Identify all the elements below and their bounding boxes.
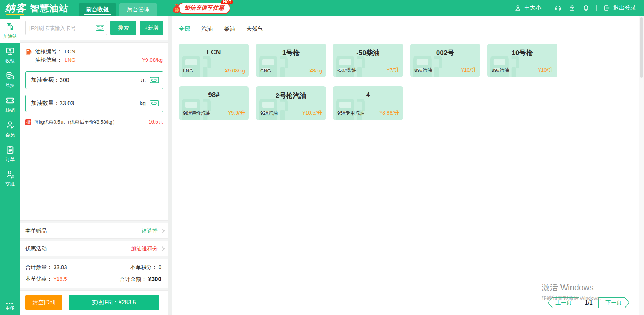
sidebar-item-label: 兑换	[5, 82, 15, 89]
add-new-button[interactable]: +新增	[140, 21, 163, 35]
bell-icon[interactable]	[582, 4, 590, 12]
pump-grid-panel: 全部汽油柴油天然气 LCN LNG ¥9.08/kg	[172, 16, 639, 315]
amount-input-field[interactable]: 加油金额：300 元	[25, 71, 163, 89]
pump-fuel-type: 89#汽油	[492, 67, 509, 74]
order-discount-value: ¥16.5	[54, 276, 67, 282]
pump-fuel-type: 89#汽油	[414, 67, 432, 74]
pump-card[interactable]: 1号枪 CNG ¥8/kg	[256, 44, 326, 77]
pump-price: ¥8.88/升	[379, 110, 399, 116]
sidebar-item-label: 核销	[5, 107, 15, 114]
section-divider	[20, 238, 168, 241]
next-page-label: 下一页	[606, 299, 622, 306]
scrollbar-thumb[interactable]	[640, 17, 643, 78]
activity-value: 加油送积分	[131, 245, 158, 252]
pump-fuel-type: -50#柴油	[337, 67, 357, 74]
shift-change-icon	[5, 170, 15, 179]
headset-icon[interactable]	[554, 4, 562, 12]
pump-card[interactable]: LCN LNG ¥9.08/kg	[179, 44, 249, 77]
order-discount: 本单优惠： ¥16.5	[25, 276, 94, 282]
sidebar-item-label: 交班	[5, 181, 15, 188]
gift-row[interactable]: 本单赠品 请选择	[20, 223, 168, 238]
pump-fuel-type: 92#汽油	[260, 110, 278, 116]
pump-card[interactable]: 10号枪 89#汽油 ¥10/升	[487, 44, 557, 77]
sidebar-item-member[interactable]: 会员	[0, 117, 20, 141]
section-divider	[20, 256, 168, 259]
sms-promo-banner[interactable]: 福 短信充值享优惠 HOT	[171, 2, 230, 14]
app-logo: 纳客 智慧油站	[5, 1, 69, 15]
keyboard-icon[interactable]	[150, 100, 159, 106]
total-qty-value: 33.03	[54, 264, 67, 270]
search-button[interactable]: 搜索	[110, 21, 136, 35]
pump-card-footer: 89#汽油 ¥10/升	[492, 67, 553, 74]
coins-icon	[5, 71, 15, 81]
sidebar-item-gas-station[interactable]: 加油站	[0, 19, 20, 42]
lock-icon[interactable]	[568, 4, 576, 12]
pump-card[interactable]: 002号 89#汽油 ¥10/升	[410, 44, 480, 77]
more-label: 更多	[5, 305, 15, 311]
pump-card[interactable]: -50柴油 -50#柴油 ¥7/升	[333, 44, 403, 77]
sidebar-item-shift[interactable]: 交班	[0, 166, 20, 190]
sidebar-item-orders[interactable]: 订单	[0, 142, 20, 166]
pump-price: ¥9.9/升	[228, 110, 245, 116]
pump-price: ¥7/升	[387, 67, 399, 74]
order-list-icon	[5, 145, 15, 155]
pay-button[interactable]: 实收[F5]：¥283.5	[69, 295, 159, 310]
sidebar-item-redeem[interactable]: 核销	[0, 92, 20, 116]
discount-text: 每kg优惠0.5元（优惠后单价¥8.58/kg）	[34, 119, 117, 125]
category-tab[interactable]: 全部	[179, 25, 190, 33]
pump-card-footer: 98#特价汽油 ¥9.9/升	[183, 110, 245, 116]
topbar-right: 王大小 退出登录	[514, 4, 636, 12]
divider	[596, 5, 597, 11]
logout-button[interactable]: 退出登录	[603, 4, 636, 12]
pump-card[interactable]: 4 95#专用汽油 ¥8.88/升	[333, 86, 403, 120]
cashier-icon	[5, 46, 15, 56]
section-divider	[20, 288, 168, 291]
prev-page-button[interactable]: 上一页	[548, 297, 579, 308]
pump-card[interactable]: 98# 98#特价汽油 ¥9.9/升	[179, 86, 249, 120]
member-icon	[5, 120, 15, 130]
promo-activity-row[interactable]: 优惠活动 加油送积分	[20, 241, 168, 256]
main-nav-tabs: 前台收银后台管理	[79, 3, 157, 16]
category-tab[interactable]: 汽油	[201, 25, 213, 33]
panel-gap	[168, 16, 172, 315]
pagination-footer: 上一页 1/1 下一页	[172, 290, 639, 315]
order-points: 本单积分： 0	[94, 264, 164, 271]
card-number-input[interactable]	[25, 21, 107, 35]
window-scrollbar[interactable]	[639, 16, 644, 315]
section-divider	[20, 220, 168, 223]
nav-tab[interactable]: 前台收银	[79, 3, 116, 16]
next-page-button[interactable]: 下一页	[598, 297, 629, 308]
pump-card-footer: CNG ¥8/kg	[260, 68, 322, 74]
total-qty: 合计数量： 33.03	[25, 264, 94, 271]
keyboard-icon[interactable]	[96, 25, 104, 31]
pump-name: 2号枪汽油	[260, 91, 322, 100]
current-user[interactable]: 王大小	[514, 4, 541, 12]
pump-fuel-type: LNG	[183, 68, 193, 74]
quantity-label: 加油数量：	[31, 100, 60, 107]
sidebar-more-button[interactable]: ••• 更多	[5, 301, 15, 311]
nav-tab[interactable]: 后台管理	[119, 3, 157, 16]
gift-value: 请选择	[142, 228, 158, 234]
pump-card-footer: 89#汽油 ¥10/升	[414, 67, 476, 74]
sidebar-item-label: 加油站	[3, 33, 17, 40]
pump-card-footer: 92#汽油 ¥10.5/升	[260, 110, 322, 116]
topbar: 纳客 智慧油站 前台收银后台管理 福 短信充值享优惠 HOT 王大小	[0, 0, 644, 16]
brand-name: 纳客	[5, 1, 26, 15]
selected-pump-info: 油枪编号：LCN 油枪信息：LNG ¥9.08/kg	[20, 42, 168, 68]
sidebar-item-exchange[interactable]: 兑换	[0, 68, 20, 92]
category-tab[interactable]: 天然气	[246, 25, 263, 33]
keyboard-icon[interactable]	[150, 77, 159, 83]
pump-name: -50柴油	[337, 48, 399, 58]
category-tab[interactable]: 柴油	[224, 25, 235, 33]
chevron-right-icon	[160, 229, 165, 233]
pump-fuel-type: CNG	[260, 68, 271, 74]
pagination: 上一页 1/1 下一页	[548, 297, 629, 308]
pump-no-value: LCN	[65, 47, 75, 56]
pump-name: 1号枪	[260, 48, 322, 58]
pump-card[interactable]: 2号枪汽油 92#汽油 ¥10.5/升	[256, 86, 326, 120]
hot-badge: HOT	[221, 0, 233, 4]
quantity-input-field[interactable]: 加油数量：33.03 kg	[25, 95, 163, 112]
clear-button[interactable]: 清空[Del]	[25, 295, 62, 310]
sidebar-item-cashier[interactable]: 收银	[0, 43, 20, 67]
pump-price: ¥10.5/升	[302, 110, 322, 116]
